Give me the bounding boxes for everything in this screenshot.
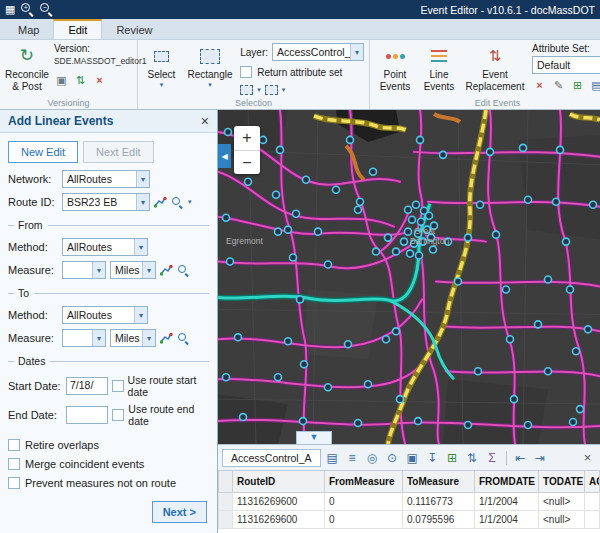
refresh-version-icon[interactable]: ⇅ (73, 73, 88, 88)
to-measure-magnifier-icon[interactable] (177, 332, 190, 345)
row-selector[interactable] (219, 510, 233, 528)
chevron-down-icon: ▾ (282, 86, 286, 94)
route-locator-magnifier-icon[interactable] (171, 196, 184, 209)
new-edit-button[interactable]: New Edit (8, 141, 78, 163)
map-zoom-in-button[interactable]: + (234, 126, 260, 150)
add-record-icon[interactable]: ⊞ (444, 449, 461, 466)
close-table-icon[interactable]: × (579, 449, 596, 466)
selection-option-icon[interactable] (240, 85, 253, 95)
table-row[interactable]: 11316269600 0 0.0795596 1/1/2004 <null> (219, 510, 600, 528)
attribute-switcher-icon[interactable]: ▤ (324, 449, 341, 466)
column-header-fromdate[interactable]: FROMDATE (475, 471, 539, 492)
from-legend: From (18, 219, 43, 231)
retire-overlaps-checkbox[interactable] (8, 439, 20, 451)
end-date-input[interactable] (66, 406, 108, 424)
point-events-button[interactable]: Point Events (375, 43, 415, 96)
column-header-ac[interactable]: AC (585, 471, 600, 492)
list-icon[interactable]: ≡ (344, 449, 361, 466)
next-button[interactable]: Next > (152, 501, 207, 523)
next-edit-button[interactable]: Next Edit (83, 141, 154, 163)
map-and-table: Egremont Great Barrington + − ◀ ▼ Access… (218, 110, 600, 533)
select-records-icon[interactable]: ▣ (404, 449, 421, 466)
column-header-todate[interactable]: TODATE (539, 471, 585, 492)
layer-dropdown[interactable]: AccessControl_A ▾ (272, 43, 364, 61)
selection-option-icon[interactable] (265, 85, 278, 95)
tab-review[interactable]: Review (102, 21, 166, 39)
select-tool-icon (154, 51, 169, 62)
route-id-combo[interactable]: BSR23 EB ▾ (62, 193, 150, 211)
start-date-input[interactable]: 7/18/ (66, 377, 108, 395)
attribute-table-icon[interactable]: ▤ (589, 78, 600, 93)
from-measure-magnifier-icon[interactable] (177, 264, 190, 277)
use-route-end-date-checkbox[interactable] (112, 409, 124, 421)
version-properties-icon[interactable]: ▣ (54, 73, 69, 88)
chevron-down-icon: ▾ (350, 44, 363, 60)
map-canvas[interactable]: Egremont Great Barrington (218, 110, 600, 444)
column-header-routeid[interactable]: RouteID (233, 471, 325, 492)
zoom-to-selection-icon[interactable]: ◎ (364, 449, 381, 466)
return-attribute-set-checkbox[interactable] (240, 66, 252, 78)
attribute-set-value: Default (533, 57, 600, 73)
reconcile-post-button[interactable]: ↻ Reconcile & Post (5, 43, 49, 96)
table-layer-tab[interactable]: AccessControl_A (222, 449, 321, 467)
clear-attribute-icon[interactable]: × (532, 78, 547, 93)
from-method-label: Method: (8, 241, 58, 253)
map-zoom-out-button[interactable]: − (234, 150, 260, 174)
retire-overlaps-label: Retire overlaps (25, 439, 99, 451)
column-header-frommeasure[interactable]: FromMeasure (325, 471, 403, 492)
pick-from-measure-icon[interactable] (160, 264, 173, 276)
edit-attribute-icon[interactable]: ✎ (551, 78, 566, 93)
zoom-out-tool-icon[interactable]: − (40, 3, 53, 16)
rectangle-tool-button[interactable]: Rectangle ▾ (185, 43, 235, 96)
sort-icon[interactable]: ⇅ (464, 449, 481, 466)
zoom-in-glyph: + (21, 3, 30, 12)
select-tool-button[interactable]: Select ▾ (143, 43, 180, 96)
chevron-down-icon: ▾ (92, 330, 105, 346)
add-attribute-set-icon[interactable]: ⊞ (570, 78, 585, 93)
chevron-down-icon: ▾ (188, 198, 192, 206)
delete-version-icon[interactable]: × (92, 73, 107, 88)
event-replacement-icon: ⇅ (489, 45, 502, 67)
last-page-icon[interactable]: ⇥ (532, 449, 549, 466)
to-measure-dropdown[interactable]: ▾ (62, 329, 106, 347)
tab-map[interactable]: Map (4, 21, 53, 39)
from-measure-dropdown[interactable]: ▾ (62, 261, 106, 279)
edit-events-group-label: Edit Events (370, 98, 600, 108)
attribute-set-label: Attribute Set: (532, 43, 600, 54)
attribute-table: RouteID FromMeasure ToMeasure FROMDATE T… (218, 471, 600, 529)
collapse-panel-left-button[interactable]: ◀ (218, 144, 231, 168)
attribute-set-dropdown[interactable]: Default ▾ (532, 56, 600, 74)
pan-to-selection-icon[interactable]: ⊙ (384, 449, 401, 466)
row-selector[interactable] (219, 492, 233, 510)
table-row[interactable]: 11316269600 0 0.1116773 1/1/2004 <null> (219, 492, 600, 510)
column-header-tomeasure[interactable]: ToMeasure (403, 471, 475, 492)
prevent-measures-checkbox[interactable] (8, 477, 20, 489)
from-unit-dropdown[interactable]: Miles ▾ (110, 261, 156, 279)
collapse-table-button[interactable]: ▼ (296, 431, 332, 444)
import-records-icon[interactable]: ↧ (424, 449, 441, 466)
line-events-button[interactable]: Line Events (420, 43, 458, 96)
statistics-icon[interactable]: Σ (484, 449, 501, 466)
to-unit-dropdown[interactable]: Miles ▾ (110, 329, 156, 347)
event-replacement-button[interactable]: ⇅ Event Replacement (463, 43, 527, 96)
use-route-start-date-checkbox[interactable] (112, 380, 124, 392)
map-viewport[interactable]: Egremont Great Barrington + − ◀ ▼ (218, 110, 600, 444)
zoom-in-tool-icon[interactable]: + (21, 3, 34, 16)
chevron-down-icon: ▾ (136, 194, 149, 210)
cell-todate: <null> (539, 510, 585, 528)
pick-route-on-map-icon[interactable] (154, 196, 167, 208)
reconcile-post-label: Reconcile & Post (5, 69, 49, 92)
merge-coincident-events-checkbox[interactable] (8, 458, 20, 470)
from-method-dropdown[interactable]: AllRoutes ▾ (62, 238, 148, 256)
chevron-down-icon: ▾ (142, 262, 155, 278)
first-page-icon[interactable]: ⇤ (512, 449, 529, 466)
network-dropdown[interactable]: AllRoutes ▾ (62, 170, 150, 188)
pick-to-measure-icon[interactable] (160, 332, 173, 344)
tab-edit[interactable]: Edit (53, 19, 102, 39)
version-value[interactable]: SDE.MASSDOT_editor1 (54, 56, 147, 66)
close-panel-icon[interactable]: × (201, 114, 209, 128)
from-method-value: AllRoutes (63, 239, 134, 255)
menu-icon[interactable]: ▦ (5, 4, 15, 15)
merge-coincident-events-label: Merge coincident events (25, 458, 144, 470)
to-method-dropdown[interactable]: AllRoutes ▾ (62, 306, 148, 324)
